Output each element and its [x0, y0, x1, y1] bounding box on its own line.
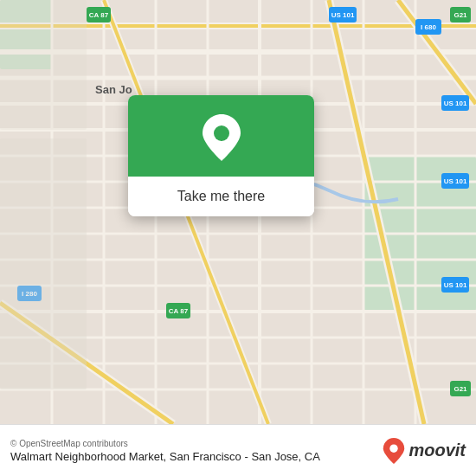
svg-text:G21: G21 — [453, 11, 467, 19]
svg-point-58 — [214, 125, 229, 141]
svg-text:I 680: I 680 — [421, 23, 436, 31]
svg-rect-56 — [0, 138, 87, 389]
popup-header — [128, 95, 314, 177]
svg-text:US 101: US 101 — [331, 11, 355, 19]
moovit-text: moovit — [408, 441, 466, 460]
svg-text:CA 87: CA 87 — [169, 307, 189, 315]
moovit-pin-icon — [383, 438, 405, 464]
svg-rect-57 — [0, 0, 87, 130]
take-me-there-button[interactable]: Take me there — [128, 177, 314, 216]
moovit-logo: moovit — [383, 438, 466, 464]
svg-text:San Jo: San Jo — [95, 83, 132, 96]
svg-text:G21: G21 — [453, 385, 467, 393]
location-pin-icon — [203, 114, 241, 161]
popup-card: Take me there — [128, 95, 314, 216]
svg-text:US 101: US 101 — [444, 100, 467, 107]
bottom-text-group: © OpenStreetMap contributors Walmart Nei… — [10, 439, 383, 463]
osm-credit: © OpenStreetMap contributors — [10, 439, 383, 448]
bottom-bar: © OpenStreetMap contributors Walmart Nei… — [0, 424, 476, 476]
svg-text:US 101: US 101 — [444, 281, 467, 289]
svg-text:CA 87: CA 87 — [89, 11, 109, 19]
svg-text:US 101: US 101 — [444, 177, 467, 185]
place-name: Walmart Neighborhood Market, San Francis… — [10, 450, 383, 463]
svg-point-59 — [390, 444, 398, 452]
